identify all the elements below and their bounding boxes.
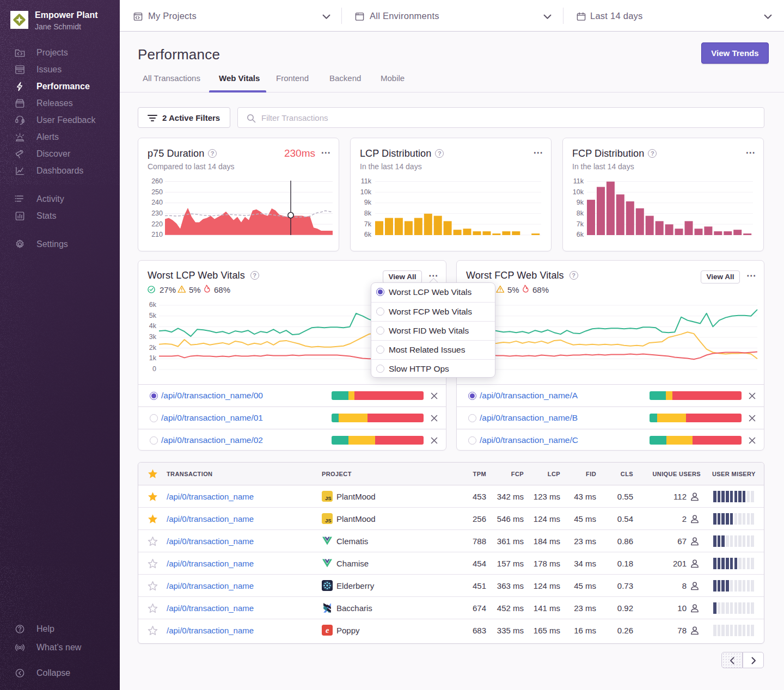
svg-text:e: e bbox=[326, 626, 329, 634]
svg-text:JS: JS bbox=[325, 495, 332, 501]
svg-text:JS: JS bbox=[325, 518, 332, 523]
